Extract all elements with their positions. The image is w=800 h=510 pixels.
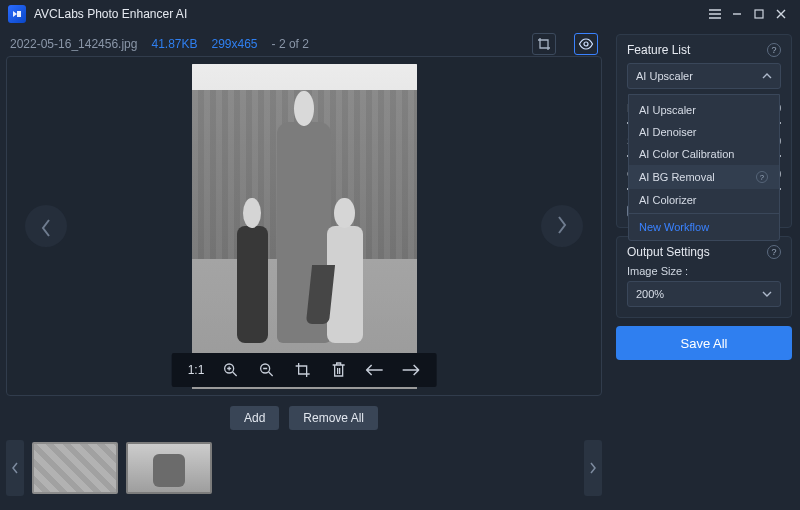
menu-icon[interactable]	[704, 4, 726, 24]
svg-point-1	[584, 42, 588, 46]
file-info-bar: 2022-05-16_142456.jpg 41.87KB 299x465 - …	[6, 32, 602, 56]
feature-option-colorcal[interactable]: AI Color Calibration	[629, 143, 779, 165]
help-icon[interactable]: ?	[767, 43, 781, 57]
thumbnail-2[interactable]	[126, 442, 212, 494]
save-all-button[interactable]: Save All	[616, 326, 792, 360]
add-button[interactable]: Add	[230, 406, 279, 430]
app-title: AVCLabs Photo Enhancer AI	[34, 7, 187, 21]
crop-mode-button[interactable]	[532, 33, 556, 55]
feature-dropdown: AI Upscaler AI Denoiser AI Color Calibra…	[628, 94, 780, 241]
feature-list-title: Feature List	[627, 43, 690, 57]
image-size-label: Image Size :	[627, 265, 781, 277]
svg-rect-0	[755, 10, 763, 18]
prev-image-button[interactable]	[25, 205, 67, 247]
file-name: 2022-05-16_142456.jpg	[10, 37, 137, 51]
feature-option-denoiser[interactable]: AI Denoiser	[629, 121, 779, 143]
redo-arrow-icon[interactable]	[400, 360, 420, 380]
thumbnail-1[interactable]	[32, 442, 118, 494]
help-icon[interactable]: ?	[767, 245, 781, 259]
feature-option-bgremoval[interactable]: AI BG Removal ?	[629, 165, 779, 189]
delete-icon[interactable]	[328, 360, 348, 380]
file-size: 41.87KB	[151, 37, 197, 51]
image-size-select[interactable]: 200%	[627, 281, 781, 307]
preview-toolstrip: 1:1	[172, 353, 437, 387]
app-logo	[8, 5, 26, 23]
zoom-out-icon[interactable]	[256, 360, 276, 380]
thumbnail-strip	[6, 438, 602, 498]
zoom-ratio-label[interactable]: 1:1	[188, 363, 205, 377]
feature-selected-value: AI Upscaler	[636, 70, 693, 82]
feature-option-colorizer[interactable]: AI Colorizer	[629, 189, 779, 211]
preview-image	[192, 64, 417, 389]
crop-icon[interactable]	[292, 360, 312, 380]
thumb-prev-button[interactable]	[6, 440, 24, 496]
next-image-button[interactable]	[541, 205, 583, 247]
thumb-next-button[interactable]	[584, 440, 602, 496]
maximize-button[interactable]	[748, 4, 770, 24]
undo-arrow-icon[interactable]	[364, 360, 384, 380]
minimize-button[interactable]	[726, 4, 748, 24]
help-icon[interactable]: ?	[756, 171, 768, 183]
close-button[interactable]	[770, 4, 792, 24]
titlebar: AVCLabs Photo Enhancer AI	[0, 0, 800, 28]
image-preview: 1:1	[6, 56, 602, 396]
zoom-in-icon[interactable]	[220, 360, 240, 380]
remove-all-button[interactable]: Remove All	[289, 406, 378, 430]
image-size-value: 200%	[636, 288, 664, 300]
feature-select[interactable]: AI Upscaler AI Upscaler AI Denoiser AI C…	[627, 63, 781, 89]
preview-toggle-button[interactable]	[574, 33, 598, 55]
chevron-down-icon	[762, 289, 772, 299]
feature-list-panel: Feature List ? AI Upscaler AI Upscaler A…	[616, 34, 792, 228]
file-index: - 2 of 2	[272, 37, 309, 51]
output-settings-title: Output Settings	[627, 245, 710, 259]
file-resolution: 299x465	[212, 37, 258, 51]
feature-option-upscaler[interactable]: AI Upscaler	[629, 99, 779, 121]
new-workflow-link[interactable]: New Workflow	[629, 213, 779, 238]
output-settings-panel: Output Settings ? Image Size : 200%	[616, 236, 792, 318]
chevron-up-icon	[762, 71, 772, 81]
